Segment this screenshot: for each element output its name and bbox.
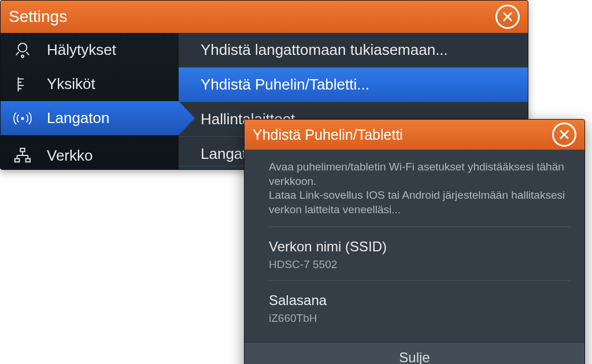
sidebar-item-wireless[interactable]: Langaton [1, 101, 179, 135]
sidebar-item-label: Hälytykset [47, 41, 116, 59]
svg-rect-15 [15, 159, 20, 162]
close-icon [559, 127, 569, 143]
settings-title: Settings [9, 8, 67, 26]
dialog-intro-line1: Avaa puhelimen/tabletin Wi-Fi asetukset … [269, 160, 571, 188]
ssid-block: Verkon nimi (SSID) HDSC-7 5502 [269, 237, 571, 281]
sidebar-item-label: Langaton [47, 109, 109, 127]
password-block: Salasana iZ660TbH [269, 291, 571, 334]
dialog-close-footer-button[interactable]: Sulje [245, 342, 584, 365]
ruler-icon [11, 76, 34, 93]
sidebar: Hälytykset Yksiköt [1, 33, 179, 169]
detail-item-connect-ap[interactable]: Yhdistä langattomaan tukiasemaan... [179, 33, 528, 68]
svg-rect-16 [26, 159, 31, 162]
dialog-body: Avaa puhelimen/tabletin Wi-Fi asetukset … [245, 150, 584, 342]
sidebar-item-label: Yksiköt [47, 75, 95, 93]
bell-icon [11, 42, 34, 59]
sidebar-item-units[interactable]: Yksiköt [1, 67, 179, 101]
ssid-value: HDSC-7 5502 [269, 258, 571, 272]
settings-close-button[interactable] [495, 5, 520, 29]
password-label: Salasana [269, 291, 571, 309]
wireless-icon [11, 110, 34, 127]
svg-rect-10 [20, 148, 25, 152]
svg-point-2 [18, 43, 27, 51]
dialog-close-label: Sulje [399, 350, 430, 365]
dialog-intro-line2: Lataa Link-sovellus IOS tai Android järj… [269, 188, 571, 217]
connect-phone-dialog: Yhdistä Puhelin/Tabletti Avaa puhelimen/… [244, 119, 585, 364]
network-icon [11, 147, 34, 164]
dialog-title: Yhdistä Puhelin/Tabletti [253, 127, 403, 143]
detail-item-connect-phone[interactable]: Yhdistä Puhelin/Tabletti... [179, 68, 528, 102]
settings-titlebar: Settings [1, 1, 528, 33]
sidebar-item-network[interactable]: Verkko [1, 135, 179, 165]
detail-item-label: Langatt [201, 145, 251, 162]
close-icon [502, 8, 513, 26]
password-value: iZ660TbH [269, 311, 571, 326]
dialog-titlebar: Yhdistä Puhelin/Tabletti [245, 120, 584, 150]
dialog-close-button[interactable] [552, 122, 576, 147]
sidebar-item-alerts[interactable]: Hälytykset [1, 33, 179, 67]
sidebar-item-label: Verkko [47, 147, 93, 165]
ssid-label: Verkon nimi (SSID) [269, 237, 571, 255]
dialog-intro: Avaa puhelimen/tabletin Wi-Fi asetukset … [269, 160, 571, 227]
svg-point-9 [21, 117, 24, 120]
detail-item-label: Yhdistä langattomaan tukiasemaan... [201, 41, 448, 58]
svg-point-3 [21, 55, 24, 57]
detail-item-label: Yhdistä Puhelin/Tabletti... [201, 76, 369, 93]
